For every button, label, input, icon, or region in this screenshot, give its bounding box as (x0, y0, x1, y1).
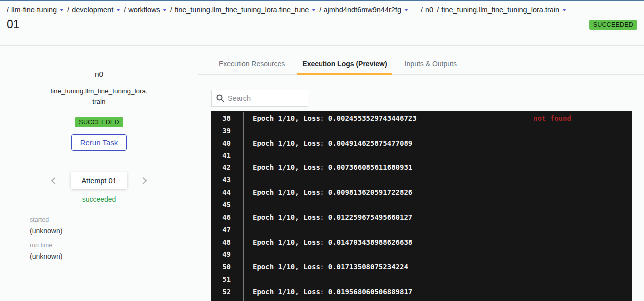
page-title: 01 (7, 18, 20, 31)
log-error-text: not found (533, 112, 571, 125)
tab-inputs-outputs[interactable]: Inputs & Outputs (400, 55, 462, 74)
next-attempt-button[interactable] (139, 177, 146, 184)
log-line (253, 150, 632, 162)
search-icon (216, 94, 224, 102)
log-line (253, 125, 632, 137)
log-line-number: 39 (211, 125, 231, 137)
log-line (253, 248, 632, 261)
detail-value: (unknown) (30, 227, 62, 235)
breadcrumb-separator: / (124, 6, 126, 14)
title-row: 01 SUCCEEDED (7, 18, 637, 31)
breadcrumb-label: workflows (128, 6, 160, 14)
breadcrumb-item[interactable]: /workflows (124, 6, 167, 14)
breadcrumb-item[interactable]: /ajmhd4ndt6mw9n44r2fg (319, 6, 408, 14)
breadcrumb-separator: / (421, 6, 423, 14)
breadcrumb-item[interactable]: /fine_tuning.llm_fine_tuning_lora.fine_t… (170, 6, 316, 14)
log-line: Epoch 1/10, Loss: 0.01713508075234224 (253, 261, 632, 273)
log-line-number: 48 (211, 236, 231, 249)
log-line-number: 40 (211, 137, 231, 150)
log-line-number: 51 (211, 273, 231, 286)
log-line (253, 224, 632, 236)
rerun-task-button[interactable]: Rerun Task (71, 134, 127, 150)
log-line-number: 45 (211, 199, 231, 211)
log-viewer[interactable]: 383940414243444546474849505152 Epoch 1/1… (211, 111, 632, 301)
chevron-down-icon (60, 9, 64, 11)
log-line-number: 44 (211, 186, 231, 199)
breadcrumb-separator: / (437, 6, 439, 14)
breadcrumb-item[interactable]: /development (67, 6, 120, 14)
attempt-navigation: Attempt 01 (52, 172, 145, 189)
breadcrumb-label: llm-fine-tuning (11, 6, 57, 14)
chevron-down-icon (562, 9, 566, 11)
chevron-down-icon (163, 9, 167, 11)
log-line-number: 41 (211, 150, 231, 162)
breadcrumb-item[interactable]: /fine_tuning.llm_fine_tuning_lora.train (437, 6, 566, 14)
app-window: /llm-fine-tuning/development/workflows/f… (0, 0, 644, 301)
node-id: n0 (95, 70, 103, 79)
task-name: fine_tuning.llm_fine_tuning_lora.train (50, 86, 148, 107)
content-area: n0 fine_tuning.llm_fine_tuning_lora.trai… (0, 46, 644, 301)
log-line-number: 49 (211, 248, 231, 261)
log-line-number: 42 (211, 161, 231, 174)
chevron-down-icon (404, 9, 408, 11)
search-box[interactable] (211, 90, 308, 107)
log-line: Epoch 1/10, Loss: 0.012259675495660127 (253, 211, 632, 224)
log-line (253, 174, 632, 186)
breadcrumb-separator: / (7, 6, 9, 14)
log-line: Epoch 1/10, Loss: 0.009813620591722826 (253, 186, 632, 199)
attempt-status: succeeded (82, 195, 116, 203)
log-line: Epoch 1/10, Loss: 0.019568060506889817 (253, 286, 632, 298)
log-line (253, 273, 632, 286)
breadcrumb-separator: / (170, 6, 172, 14)
log-line-number: 46 (211, 211, 231, 224)
search-input[interactable] (228, 94, 303, 102)
chevron-down-icon (116, 9, 120, 11)
log-line-number: 47 (211, 224, 231, 236)
log-line: Epoch 1/10, Loss: 0.0024553529743446723 (253, 112, 632, 125)
log-content: Epoch 1/10, Loss: 0.0024553529743446723E… (243, 112, 632, 301)
log-line-number: 38 (211, 112, 231, 125)
tab-bar: Execution ResourcesExecution Logs (Previ… (198, 55, 644, 75)
breadcrumb-separator: / (67, 6, 69, 14)
chevron-down-icon (312, 9, 316, 11)
log-line-number: 43 (211, 174, 231, 186)
prev-attempt-button[interactable] (51, 177, 58, 184)
breadcrumb-label: fine_tuning.llm_fine_tuning_lora.fine_tu… (175, 6, 309, 14)
breadcrumb-item[interactable]: /llm-fine-tuning (7, 6, 64, 14)
log-line (253, 199, 632, 211)
detail-list: started(unknown)run time(unknown) (30, 216, 62, 260)
log-gutter: 383940414243444546474849505152 (211, 112, 243, 301)
breadcrumb: /llm-fine-tuning/development/workflows/f… (7, 6, 637, 14)
detail-label: started (30, 216, 62, 223)
status-badge: SUCCEEDED (589, 20, 637, 30)
log-line: Epoch 1/10, Loss: 0.014703438988626638 (253, 236, 632, 249)
log-line-number: 50 (211, 261, 231, 273)
detail-value: (unknown) (30, 252, 62, 260)
breadcrumb-item[interactable]: /n0 (421, 6, 433, 14)
task-status-badge: SUCCEEDED (75, 117, 123, 127)
tab-execution-resources[interactable]: Execution Resources (214, 55, 290, 74)
breadcrumb-separator: / (319, 6, 321, 14)
tab-execution-logs-preview[interactable]: Execution Logs (Preview) (297, 55, 392, 74)
breadcrumb-label: ajmhd4ndt6mw9n44r2fg (323, 6, 401, 14)
breadcrumb-label: development (72, 6, 113, 14)
sidebar: n0 fine_tuning.llm_fine_tuning_lora.trai… (0, 46, 198, 301)
log-line: Epoch 1/10, Loss: 0.007366085611680931 (253, 161, 632, 174)
log-line-number: 52 (211, 286, 231, 298)
attempt-selector[interactable]: Attempt 01 (71, 172, 127, 189)
log-line: Epoch 1/10, Loss: 0.004914625875477089 (253, 137, 632, 150)
detail-label: run time (30, 242, 62, 249)
main-panel: Execution ResourcesExecution Logs (Previ… (198, 46, 644, 301)
breadcrumb-label: n0 (425, 6, 433, 14)
breadcrumb-label: fine_tuning.llm_fine_tuning_lora.train (441, 6, 559, 14)
header: /llm-fine-tuning/development/workflows/f… (0, 1, 644, 46)
